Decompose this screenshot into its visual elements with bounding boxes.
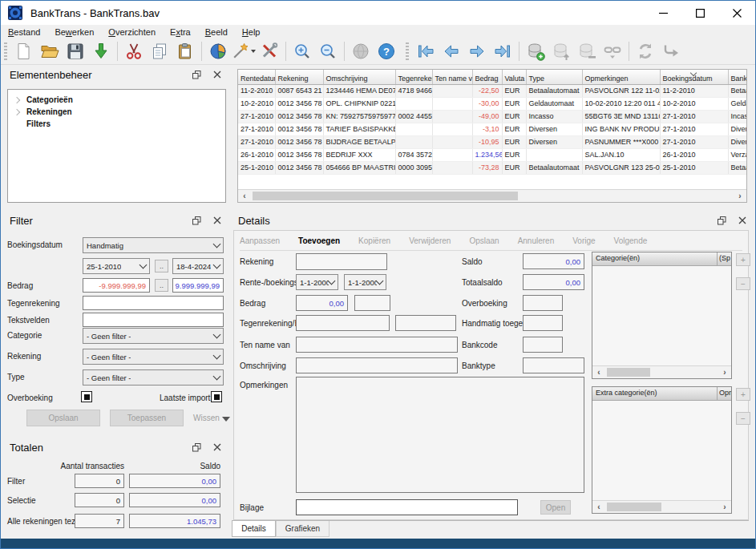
bedrag-extra-input[interactable] [354, 295, 390, 311]
tekstvelden-input[interactable] [83, 313, 224, 327]
laatste-import-checkbox[interactable] [211, 391, 222, 402]
action-toevoegen[interactable]: Toevoegen [298, 236, 340, 245]
col-banktype[interactable]: Banktype [728, 70, 746, 84]
tegenrekening-detail-input[interactable] [296, 315, 390, 331]
scrollbar-thumb[interactable] [607, 503, 661, 511]
date-range-button[interactable]: .. [155, 260, 168, 272]
omschrijving-input[interactable] [296, 357, 458, 373]
transaction-row[interactable]: 27-1-2010 0012 3456 78 TARIEF BASISPAKKE… [238, 123, 746, 135]
tree-item-rekeningen[interactable]: Rekeningen [8, 106, 225, 118]
action-aanpassen[interactable]: Aanpassen [240, 236, 280, 245]
maximize-button[interactable] [681, 1, 718, 25]
float-panel-button[interactable] [716, 215, 727, 226]
menu-beeld[interactable]: Beeld [198, 26, 235, 38]
scroll-right-icon[interactable]: › [718, 502, 731, 513]
new-file-button[interactable] [12, 40, 36, 63]
bic-input[interactable] [395, 315, 456, 331]
type-select[interactable]: - Geen filter - [83, 369, 224, 386]
tab-details[interactable]: Details [232, 521, 276, 537]
col-valuta[interactable]: Valuta [502, 70, 526, 84]
transaction-row[interactable]: 25-1-2010 0012 3456 78 054666 BP MAASTRI… [238, 161, 746, 174]
tools-button[interactable] [257, 40, 281, 63]
split-transaction-button[interactable] [600, 40, 625, 63]
refresh-button[interactable] [633, 40, 657, 63]
col-omschrijving[interactable]: Omschrijving [323, 70, 395, 84]
float-panel-button[interactable] [191, 442, 202, 453]
remove-transaction-button[interactable] [575, 40, 599, 63]
zoom-in-button[interactable] [290, 40, 314, 63]
bedrag-range-button[interactable]: .. [155, 279, 168, 292]
overboeking-detail-field[interactable] [523, 295, 563, 311]
toolbar-grip[interactable] [406, 42, 409, 60]
boekingsdatum-detail-select[interactable]: 1-1-2000 [344, 274, 386, 290]
col-rentedatum[interactable]: Rentedatum [238, 70, 275, 84]
boekingsdatum-select[interactable]: Handmatig [83, 237, 224, 253]
col-boekingsdatum[interactable]: Boekingsdatum [660, 70, 728, 84]
bedrag-detail-input[interactable]: 0,00 [296, 295, 348, 311]
export-button[interactable] [659, 40, 683, 63]
banktype-field[interactable] [523, 357, 584, 373]
bijlage-input[interactable] [296, 499, 518, 515]
details-rekening-input[interactable] [296, 253, 387, 270]
col-opmerkingen[interactable]: Opmerkingen [582, 70, 660, 84]
tegenrekening-input[interactable] [83, 296, 224, 310]
first-transaction-button[interactable] [414, 40, 438, 63]
splits-column[interactable]: (Sp [718, 252, 731, 265]
menu-help[interactable]: Help [235, 26, 268, 38]
wissen-dropdown-caret[interactable] [222, 417, 230, 422]
action-annuleren[interactable]: Annuleren [518, 236, 555, 245]
paste-button[interactable] [173, 40, 197, 63]
opmerkingen-textarea[interactable] [296, 377, 584, 493]
scroll-left-icon[interactable]: ‹ [238, 191, 251, 202]
menu-extra[interactable]: Extra [163, 26, 198, 38]
extra-categorie-add-button[interactable]: + [736, 388, 750, 401]
transaction-row[interactable]: 27-1-2010 0012 3456 78 KN: 7592757597597… [238, 110, 746, 123]
col-bedrag[interactable]: Bedrag [472, 70, 502, 84]
transaction-row[interactable]: 27-1-2010 0012 3456 78 BIJDRAGE BETAALPA… [238, 135, 746, 148]
cut-button[interactable] [122, 40, 146, 63]
scroll-left-icon[interactable]: ‹ [592, 502, 605, 513]
transaction-row[interactable]: 10-2-2010 0012 3456 78 OPL. CHIPKNIP 022… [238, 97, 746, 110]
save-file-button[interactable] [63, 40, 87, 63]
menu-overzichten[interactable]: Overzichten [101, 26, 163, 38]
next-transaction-button[interactable] [465, 40, 489, 63]
opmerking-column[interactable]: Opm [718, 387, 731, 400]
bedrag-max-input[interactable]: 9.999.999,99 [172, 278, 224, 293]
previous-transaction-button[interactable] [439, 40, 463, 63]
minimize-button[interactable] [645, 1, 681, 25]
rekening-select[interactable]: - Geen filter - [83, 349, 224, 365]
zoom-out-button[interactable] [316, 40, 340, 63]
col-type[interactable]: Type [526, 70, 582, 84]
expand-chevron-icon[interactable] [14, 96, 20, 103]
categorie-column[interactable]: Categorie(ën) [592, 252, 718, 265]
tree-item-categorieen[interactable]: Categorieën [8, 94, 225, 106]
menu-bewerken[interactable]: Bewerken [47, 26, 101, 38]
add-transaction-button[interactable] [524, 40, 548, 63]
toolbar-grip[interactable] [4, 42, 7, 60]
filter-toepassen-button[interactable]: Toepassen [110, 410, 184, 426]
scrollbar-thumb[interactable] [253, 192, 518, 200]
open-file-button[interactable] [38, 40, 62, 63]
categorie-list-scrollbar[interactable]: ‹ › [592, 365, 731, 378]
scroll-left-icon[interactable]: ‹ [592, 367, 605, 378]
pie-chart-button[interactable] [206, 40, 230, 63]
float-panel-button[interactable] [191, 69, 202, 80]
col-rekening[interactable]: Rekening [275, 70, 323, 84]
tree-item-filters[interactable]: Filters [8, 118, 225, 130]
bankcode-field[interactable] [523, 337, 563, 353]
copy-button[interactable] [148, 40, 172, 63]
close-panel-button[interactable] [212, 442, 223, 453]
close-panel-button[interactable] [737, 215, 748, 226]
filter-wissen-button[interactable]: Wissen [193, 414, 220, 422]
handmatig-toegekend-field[interactable] [523, 315, 563, 331]
close-button[interactable] [718, 1, 755, 25]
help-button[interactable]: ? [374, 40, 398, 63]
table-horizontal-scrollbar[interactable]: ‹ › [238, 189, 746, 202]
web-button[interactable] [349, 40, 373, 63]
wizard-button[interactable] [232, 40, 256, 63]
scroll-right-icon[interactable]: › [734, 191, 746, 202]
action-verwijderen[interactable]: Verwijderen [409, 236, 451, 245]
extra-categorie-list-scrollbar[interactable]: ‹ › [592, 500, 731, 513]
close-panel-button[interactable] [212, 69, 223, 80]
scroll-right-icon[interactable]: › [718, 367, 731, 378]
